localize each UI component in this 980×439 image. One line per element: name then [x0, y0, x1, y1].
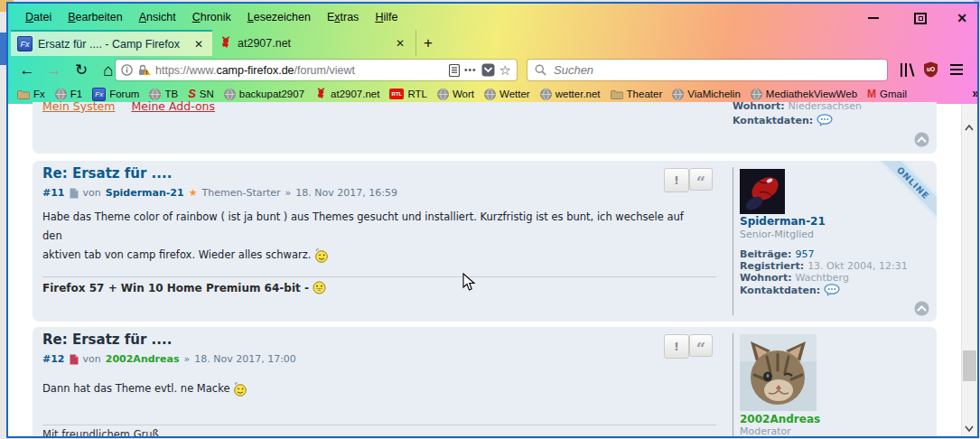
- author-link[interactable]: Spiderman-21: [106, 187, 184, 199]
- profile-field-kontakt: Kontaktdaten:: [733, 114, 833, 126]
- wink-smiley-icon: [233, 382, 247, 397]
- page-actions-icon[interactable]: •••: [464, 65, 477, 75]
- scrollbar-up-icon[interactable]: [965, 124, 974, 133]
- avatar-cat[interactable]: [740, 334, 817, 411]
- bookmarks-overflow-chevron[interactable]: »: [972, 86, 979, 100]
- menu-hilfe[interactable]: Hilfe: [367, 11, 406, 23]
- menu-datei[interactable]: Datei: [17, 11, 60, 23]
- profile-username[interactable]: Spiderman-21: [740, 215, 826, 228]
- signature-divider: [42, 276, 716, 277]
- bookmark-fx[interactable]: Fx: [17, 89, 45, 99]
- topic-starter-label: Themen-Starter: [202, 187, 281, 199]
- profile-rank: Senior-Mitglied: [740, 229, 814, 240]
- bookmark-sn[interactable]: SSN: [188, 89, 214, 99]
- quote-post-button[interactable]: “: [689, 334, 713, 357]
- bookmark-at2907[interactable]: at2907.net: [314, 88, 379, 100]
- menu-ansicht[interactable]: Ansicht: [131, 11, 184, 23]
- mein-system-link[interactable]: Mein System: [42, 99, 115, 113]
- profile-field-wohnort: Wohnort:Wachtberg: [740, 272, 849, 284]
- report-post-button[interactable]: !: [664, 334, 689, 359]
- library-icon[interactable]: [899, 62, 915, 78]
- bookmark-mediathekviewweb[interactable]: MediathekViewWeb: [751, 89, 857, 100]
- bookmark-rtl[interactable]: RTLRTL: [389, 89, 427, 99]
- url-bar[interactable]: https://www.camp-firefox.de/forum/viewt …: [116, 60, 517, 80]
- tab-camp-firefox[interactable]: Fx Ersatz für .... - Camp Firefox ✕: [11, 30, 212, 56]
- scroll-top-icon[interactable]: [914, 132, 929, 147]
- bookmark-wetter[interactable]: Wetter: [484, 89, 530, 100]
- topic-starter-star-icon: ★: [189, 187, 198, 199]
- author-link[interactable]: 2002Andreas: [106, 353, 180, 365]
- page-scrollbar[interactable]: [961, 104, 976, 436]
- post-doc-icon: [70, 188, 79, 199]
- tab-at2907[interactable]: at2907.net ✕: [212, 30, 414, 56]
- profile-field-wohnort: Wohnort:Niedersachsen: [733, 100, 862, 112]
- restore-button[interactable]: [909, 11, 932, 25]
- insecure-lock-icon[interactable]: [137, 64, 151, 77]
- bookmark-tb[interactable]: TB: [149, 89, 178, 100]
- avatar-spiderman[interactable]: [740, 169, 785, 214]
- profile-field-registriert: Registriert:13. Okt 2004, 12:31: [740, 260, 908, 272]
- post-date: 18. Nov 2017, 17:00: [194, 353, 296, 365]
- post-title-link[interactable]: Re: Ersatz für ....: [42, 332, 172, 348]
- post-number[interactable]: #12: [42, 353, 65, 365]
- firefox-window: Datei Bearbeiten Ansicht Chronik Lesezei…: [6, 2, 979, 438]
- post-doc-icon-new: [70, 354, 79, 365]
- bookmark-theater[interactable]: Theater: [611, 89, 663, 99]
- scroll-top-icon[interactable]: [914, 301, 929, 316]
- reload-button[interactable]: ↻: [70, 59, 93, 81]
- menu-bearbeiten[interactable]: Bearbeiten: [60, 11, 130, 23]
- von-label: von: [83, 353, 101, 365]
- tab-close-icon[interactable]: ✕: [191, 38, 206, 51]
- profile-separator: [733, 167, 733, 315]
- scrollbar-down-icon[interactable]: [965, 424, 974, 433]
- search-input[interactable]: [552, 62, 880, 78]
- gmail-icon: M: [867, 89, 876, 99]
- bookmark-backupat2907[interactable]: backupat2907: [224, 89, 304, 100]
- menu-extras[interactable]: Extras: [319, 11, 367, 23]
- post-number[interactable]: #11: [42, 187, 65, 199]
- online-badge: ONLINE: [873, 161, 937, 224]
- bookmark-wort[interactable]: Wort: [437, 89, 474, 100]
- bookmark-viamichelin[interactable]: ViaMichelin: [672, 89, 741, 100]
- pocket-icon[interactable]: [481, 63, 495, 77]
- scrollbar-thumb[interactable]: [963, 350, 976, 381]
- hamburger-menu-icon[interactable]: [950, 64, 963, 75]
- menu-chronik[interactable]: Chronik: [184, 11, 239, 23]
- globe-icon: [540, 89, 552, 100]
- profile-username[interactable]: 2002Andreas: [740, 413, 820, 425]
- forum-page: Mein System Meine Add-ons Wohnort:Nieder…: [8, 104, 977, 436]
- tab-title: Ersatz für .... - Camp Firefox: [38, 38, 186, 51]
- page-info-icon[interactable]: [121, 64, 133, 76]
- signature: Mit freundlichem Gruß: [42, 428, 159, 438]
- ublock-origin-icon[interactable]: uO: [923, 61, 938, 78]
- devil-favicon: [219, 36, 232, 50]
- profile-rank: Moderator: [740, 425, 791, 437]
- mouse-cursor: [462, 273, 476, 292]
- meine-addons-link[interactable]: Meine Add-ons: [131, 99, 215, 113]
- minimize-button[interactable]: [862, 11, 885, 25]
- bookmark-gmail[interactable]: MGmail: [867, 89, 907, 99]
- post-count-link[interactable]: 957: [795, 248, 814, 260]
- reader-mode-icon[interactable]: [449, 64, 460, 77]
- url-text: https://www.camp-firefox.de/forum/viewt: [155, 64, 444, 77]
- menu-lesezeichen[interactable]: Lesezeichen: [239, 11, 319, 23]
- report-post-button[interactable]: !: [664, 168, 689, 192]
- post-body-line: den: [42, 227, 62, 246]
- bookmark-f1[interactable]: F1: [55, 89, 82, 100]
- pm-bubble-icon[interactable]: [824, 284, 840, 296]
- signature-divider: [42, 425, 716, 425]
- signature: Firefox 57 + Win 10 Home Premium 64-bit …: [42, 281, 326, 294]
- back-button[interactable]: ←: [15, 59, 39, 81]
- search-bar[interactable]: [527, 60, 887, 80]
- quote-post-button[interactable]: “: [689, 168, 713, 191]
- forward-button[interactable]: →: [42, 59, 66, 81]
- close-window-button[interactable]: ✕: [950, 11, 974, 25]
- profile-field-kontakt: Kontaktdaten:: [740, 284, 840, 296]
- wink-smiley-icon: [314, 248, 329, 263]
- new-tab-button[interactable]: +: [415, 30, 440, 56]
- pm-bubble-icon[interactable]: [817, 114, 833, 126]
- bookmark-wetter-net[interactable]: wetter.net: [540, 89, 601, 100]
- post-title-link[interactable]: Re: Ersatz für ....: [42, 165, 172, 182]
- tab-close-icon[interactable]: ✕: [393, 37, 407, 50]
- bookmark-star-icon[interactable]: ☆: [499, 65, 511, 76]
